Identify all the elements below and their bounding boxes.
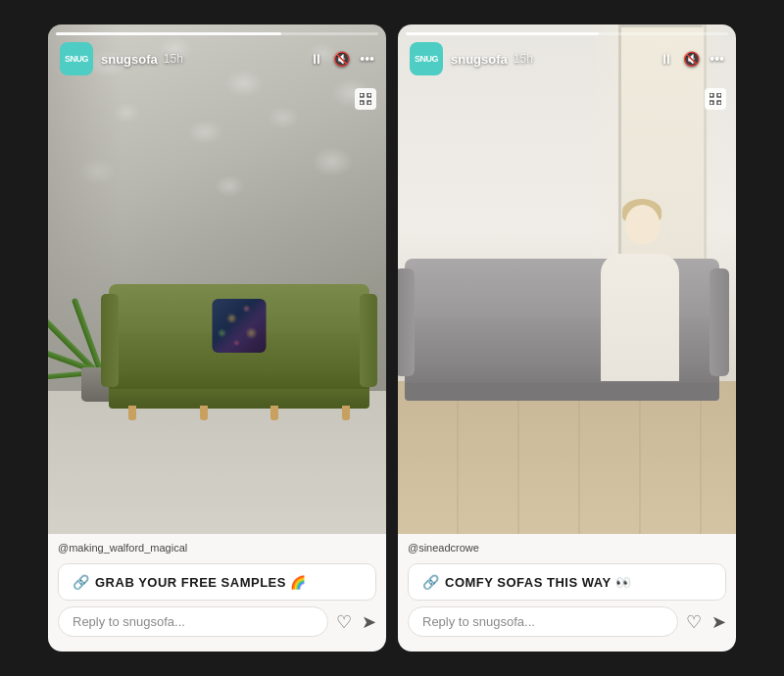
avatar-2: SNUG [410,42,443,75]
person-body [601,254,679,381]
attribution-1: @making_walford_magical [58,542,376,557]
story-header-1: SNUG snugsofa 15h ⏸ 🔇 ••• [60,42,374,75]
floor-lines [398,381,736,534]
svg-rect-0 [360,93,364,97]
cta-button-1[interactable]: 🔗 GRAB YOUR FREE SAMPLES 🌈 [58,563,376,601]
cta-text-2: COMFY SOFAS THIS WAY 👀 [445,575,631,590]
user-info-1: snugsofa 15h [101,52,310,67]
svg-rect-4 [710,93,713,97]
sofa-armrest-left-1 [101,294,119,387]
send-icon-2[interactable]: ➤ [711,611,726,633]
story-header-2: SNUG snugsofa 15h ⏸ 🔇 ••• [410,42,724,75]
sofa-leg-1 [128,406,136,420]
reply-input-2[interactable]: Reply to snugsofa... [408,606,678,637]
cta-icon-2: 🔗 [422,574,439,590]
sofa-armrest-right-2 [710,268,729,376]
more-icon-2[interactable]: ••• [710,51,724,67]
expand-icon-2[interactable] [705,88,726,110]
person-head [625,205,660,244]
cushion-pattern [212,299,266,353]
time-ago-1: 15h [164,52,183,66]
progress-fill-2 [406,32,599,35]
story-background-1 [48,24,386,534]
cta-text-1: GRAB YOUR FREE SAMPLES 🌈 [95,575,307,590]
more-icon-1[interactable]: ••• [360,51,374,67]
reply-row-2: Reply to snugsofa... ♡ ➤ [408,606,726,637]
pause-icon-2[interactable]: ⏸ [660,51,673,67]
story-bottom-1: @making_walford_magical 🔗 GRAB YOUR FREE… [48,534,386,652]
story-controls-1: ⏸ 🔇 ••• [310,51,374,67]
sofa-leg-2 [200,406,208,420]
story-image-2 [398,24,736,534]
avatar-1: SNUG [60,42,93,75]
attribution-2: @sineadcrowe [408,542,726,557]
sofa-armrest-right-1 [360,294,377,387]
sofa-seat-2 [405,383,719,401]
story-card-2: SNUG snugsofa 15h ⏸ 🔇 ••• [398,24,736,652]
sofa-leg-3 [270,406,278,420]
mute-icon-1[interactable]: 🔇 [333,51,350,67]
reply-actions-2: ♡ ➤ [686,611,726,633]
progress-fill-1 [56,32,281,35]
progress-bar-2 [406,32,728,35]
svg-rect-5 [717,93,721,97]
cta-button-2[interactable]: 🔗 COMFY SOFAS THIS WAY 👀 [408,563,726,601]
username-2[interactable]: snugsofa [451,52,508,67]
story-bottom-2: @sineadcrowe 🔗 COMFY SOFAS THIS WAY 👀 Re… [398,534,736,652]
sofa-armrest-left-2 [398,268,415,376]
svg-rect-3 [368,101,371,105]
person-figure [581,185,709,381]
heart-icon-2[interactable]: ♡ [686,611,702,633]
svg-rect-6 [710,101,713,105]
progress-bar-1 [56,32,378,35]
user-info-2: snugsofa 15h [451,52,660,67]
username-1[interactable]: snugsofa [101,52,158,67]
reply-actions-1: ♡ ➤ [336,611,376,633]
mute-icon-2[interactable]: 🔇 [683,51,700,67]
green-sofa [109,328,369,397]
cta-icon-1: 🔗 [73,574,89,590]
svg-rect-2 [360,101,364,105]
expand-icon-1[interactable] [355,88,376,110]
pause-icon-1[interactable]: ⏸ [310,51,323,67]
story-background-2 [398,24,736,534]
cushion [212,299,266,353]
svg-rect-1 [368,93,371,97]
sofa-leg-4 [342,406,350,420]
story-image-1 [48,24,386,534]
svg-rect-7 [717,101,721,105]
sofa-body-1 [109,328,369,397]
sofa-legs-1 [109,406,369,420]
reply-row-1: Reply to snugsofa... ♡ ➤ [58,606,376,637]
send-icon-1[interactable]: ➤ [362,611,376,633]
time-ago-2: 15h [514,52,533,66]
stories-container: SNUG snugsofa 15h ⏸ 🔇 ••• [28,5,756,671]
heart-icon-1[interactable]: ♡ [336,611,352,633]
reply-input-1[interactable]: Reply to snugsofa... [58,606,328,637]
story-controls-2: ⏸ 🔇 ••• [660,51,724,67]
story-card-1: SNUG snugsofa 15h ⏸ 🔇 ••• [48,24,386,652]
